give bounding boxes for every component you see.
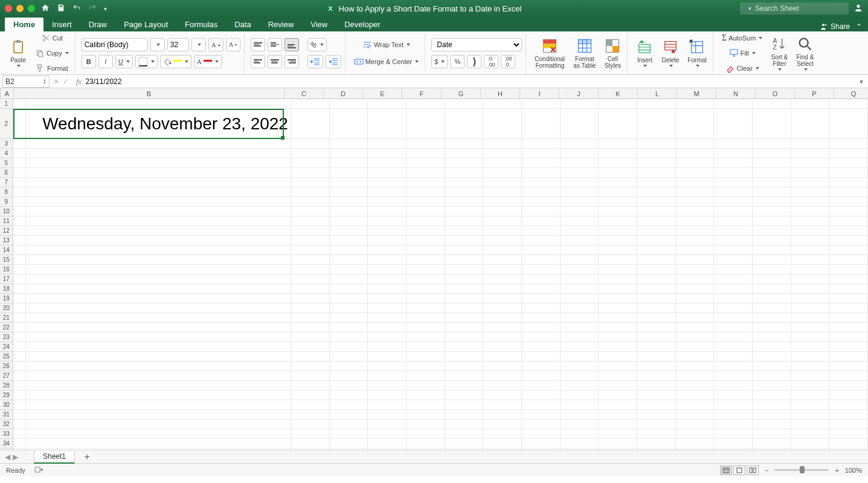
cell[interactable] (291, 323, 330, 332)
cell[interactable] (637, 420, 676, 429)
cell[interactable] (330, 371, 368, 381)
row-header[interactable]: 31 (0, 410, 13, 420)
cell[interactable] (753, 391, 791, 400)
cell[interactable] (13, 207, 27, 216)
cell[interactable] (637, 216, 676, 226)
cell[interactable] (330, 99, 368, 109)
row-header[interactable]: 32 (0, 420, 13, 429)
cell[interactable] (407, 187, 445, 197)
cell[interactable] (829, 361, 868, 371)
cell[interactable] (26, 429, 291, 439)
cell[interactable] (829, 226, 868, 236)
cell[interactable] (637, 439, 676, 449)
cell[interactable] (330, 391, 368, 400)
cell[interactable] (753, 449, 791, 450)
cell[interactable] (483, 352, 522, 361)
cell[interactable] (330, 352, 368, 361)
cell[interactable] (676, 226, 715, 236)
cell[interactable] (13, 420, 27, 429)
cell[interactable] (13, 352, 27, 361)
row-header[interactable]: 23 (0, 332, 13, 342)
cell[interactable] (599, 303, 637, 313)
cell[interactable] (714, 449, 753, 450)
cell[interactable] (13, 381, 27, 391)
cell[interactable] (791, 439, 830, 449)
row-header[interactable]: 3 (0, 139, 13, 149)
cell[interactable] (561, 284, 599, 294)
cell[interactable] (599, 429, 637, 439)
cell[interactable] (676, 255, 715, 265)
cell[interactable] (291, 449, 330, 450)
cell[interactable] (483, 294, 522, 303)
cell[interactable] (829, 371, 868, 381)
cell[interactable] (330, 216, 368, 226)
cell[interactable] (637, 410, 676, 420)
cell[interactable] (753, 323, 791, 332)
cell[interactable] (368, 323, 407, 332)
cell[interactable] (445, 323, 484, 332)
cell[interactable] (676, 207, 715, 216)
cell[interactable] (330, 255, 368, 265)
cell[interactable] (522, 226, 561, 236)
share-button[interactable]: Share (818, 22, 850, 31)
row-header[interactable]: 20 (0, 303, 13, 313)
cell[interactable] (291, 178, 330, 187)
sheet-nav-next-icon[interactable]: ▶ (13, 453, 18, 461)
cell[interactable] (330, 323, 368, 332)
cell[interactable] (26, 371, 291, 381)
cell[interactable] (714, 352, 753, 361)
fill-color-button[interactable] (160, 55, 191, 68)
cell[interactable] (445, 158, 484, 168)
cell[interactable] (561, 158, 599, 168)
cell[interactable] (599, 449, 637, 450)
cell[interactable] (445, 284, 484, 294)
cell[interactable] (291, 274, 330, 284)
cell[interactable] (522, 381, 561, 391)
cell[interactable] (637, 265, 676, 274)
cell[interactable] (676, 323, 715, 332)
cell[interactable] (13, 139, 27, 149)
cell[interactable] (368, 274, 407, 284)
cell[interactable] (13, 323, 27, 332)
col-header-G[interactable]: G (442, 88, 481, 99)
cell[interactable] (330, 207, 368, 216)
cell[interactable] (407, 255, 445, 265)
cell[interactable] (483, 216, 522, 226)
cell[interactable] (676, 284, 715, 294)
cell[interactable] (714, 236, 753, 245)
cell[interactable] (522, 361, 561, 371)
cell[interactable] (791, 274, 830, 284)
cell[interactable] (637, 149, 676, 158)
col-header-I[interactable]: I (520, 88, 559, 99)
cell[interactable] (753, 197, 791, 207)
cell[interactable]: Wednesday, November 23, 2022 (26, 109, 291, 139)
cell[interactable] (561, 149, 599, 158)
cell[interactable] (368, 207, 407, 216)
cell[interactable] (13, 245, 27, 255)
cell[interactable] (676, 400, 715, 410)
conditional-formatting-button[interactable]: Conditional Formatting (532, 33, 567, 73)
cell[interactable] (714, 109, 753, 139)
cell[interactable] (753, 158, 791, 168)
cell[interactable] (291, 139, 330, 149)
cell[interactable] (330, 197, 368, 207)
cell[interactable] (829, 420, 868, 429)
cell[interactable] (445, 255, 484, 265)
sheet-nav-prev-icon[interactable]: ◀ (5, 453, 10, 461)
col-header-L[interactable]: L (638, 88, 677, 99)
cell[interactable] (330, 158, 368, 168)
cell[interactable] (791, 352, 830, 361)
tab-draw[interactable]: Draw (80, 18, 115, 31)
cell[interactable] (368, 158, 407, 168)
cell[interactable] (407, 303, 445, 313)
cell[interactable] (522, 109, 561, 139)
cell[interactable] (368, 294, 407, 303)
cell[interactable] (676, 245, 715, 255)
cell[interactable] (714, 381, 753, 391)
cell[interactable] (368, 381, 407, 391)
cell[interactable] (445, 313, 484, 323)
cell[interactable] (561, 410, 599, 420)
cell[interactable] (753, 187, 791, 197)
cell[interactable] (791, 371, 830, 381)
cell[interactable] (637, 449, 676, 450)
